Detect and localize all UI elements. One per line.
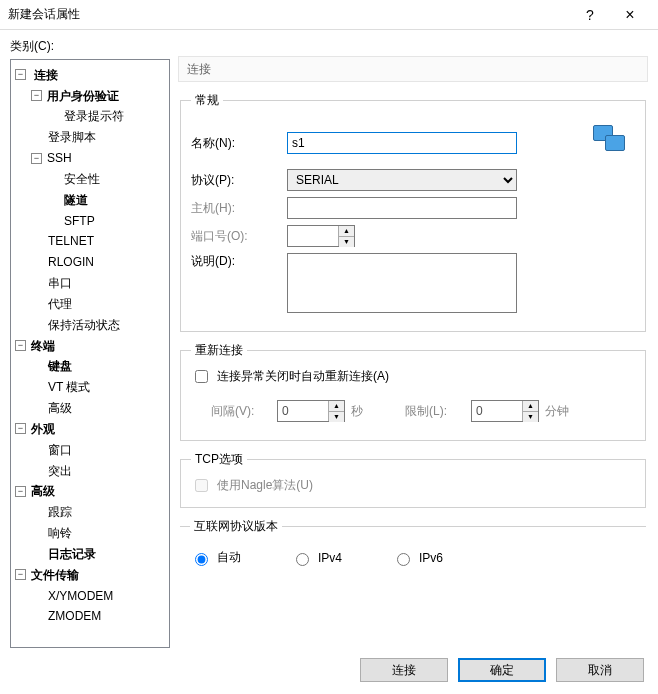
tree-sftp[interactable]: SFTP [62, 214, 97, 228]
tree-filetransfer[interactable]: 文件传输 [29, 568, 81, 582]
limit-label: 限制(L): [405, 403, 465, 420]
reconnect-legend: 重新连接 [191, 342, 247, 359]
tree-rlogin[interactable]: RLOGIN [46, 255, 96, 269]
auto-reconnect-label: 连接异常关闭时自动重新连接(A) [217, 368, 389, 385]
tree-terminal[interactable]: 终端 [29, 339, 57, 353]
category-label: 类别(C): [10, 38, 170, 55]
interval-spinner: ▲▼ [277, 400, 345, 422]
tree-bell[interactable]: 响铃 [46, 526, 74, 540]
spin-up-icon: ▲ [329, 401, 344, 412]
interval-label: 间隔(V): [211, 403, 271, 420]
port-spinner: ▲▼ [287, 225, 355, 247]
spin-up-icon: ▲ [339, 226, 354, 237]
auto-reconnect-input[interactable] [195, 370, 208, 383]
tree-security[interactable]: 安全性 [62, 172, 102, 186]
collapse-icon[interactable]: − [15, 340, 26, 351]
protocol-label: 协议(P): [191, 172, 281, 189]
dialog-footer: 连接 确定 取消 [0, 648, 658, 694]
nagle-input [195, 479, 208, 492]
tree-log[interactable]: 日志记录 [46, 547, 98, 561]
tree-vtmode[interactable]: VT 模式 [46, 380, 92, 394]
collapse-icon[interactable]: − [15, 69, 26, 80]
collapse-icon[interactable]: − [15, 423, 26, 434]
spin-down-icon: ▼ [523, 412, 538, 422]
port-label: 端口号(O): [191, 228, 281, 245]
ok-button[interactable]: 确定 [458, 658, 546, 682]
tree-xymodem[interactable]: X/YMODEM [46, 589, 115, 603]
name-label: 名称(N): [191, 135, 281, 152]
tree-appearance[interactable]: 外观 [29, 422, 57, 436]
tree-zmodem[interactable]: ZMODEM [46, 609, 103, 623]
collapse-icon[interactable]: − [31, 90, 42, 101]
ipver-legend: 互联网协议版本 [190, 518, 282, 535]
connect-button[interactable]: 连接 [360, 658, 448, 682]
close-icon[interactable]: × [610, 6, 650, 24]
tree-ssh[interactable]: SSH [45, 151, 74, 165]
panel-header: 连接 [178, 56, 648, 82]
category-tree[interactable]: − 连接 −用户身份验证 登录提示符 登录脚本 −SSH 安全性 隧道 [10, 59, 170, 648]
tree-highlight[interactable]: 突出 [46, 464, 74, 478]
tcp-legend: TCP选项 [191, 451, 247, 468]
limit-input [472, 401, 522, 421]
panel-header-text: 连接 [187, 61, 211, 78]
tree-login-prompt[interactable]: 登录提示符 [62, 109, 126, 123]
collapse-icon[interactable]: − [31, 153, 42, 164]
port-input [288, 226, 338, 246]
interval-input [278, 401, 328, 421]
name-input[interactable] [287, 132, 517, 154]
ipver-auto-radio[interactable]: 自动 [190, 549, 241, 566]
ipver-ipv6-radio[interactable]: IPv6 [392, 550, 443, 566]
limit-unit: 分钟 [545, 403, 569, 420]
tcp-group: TCP选项 使用Nagle算法(U) [180, 451, 646, 508]
tree-tunnel[interactable]: 隧道 [62, 193, 90, 207]
help-icon[interactable]: ? [570, 7, 610, 23]
tree-trace[interactable]: 跟踪 [46, 505, 74, 519]
tree-telnet[interactable]: TELNET [46, 234, 96, 248]
ipver-group: 互联网协议版本 自动 IPv4 IPv6 [180, 518, 646, 578]
host-input [287, 197, 517, 219]
description-textarea[interactable] [287, 253, 517, 313]
spin-up-icon: ▲ [523, 401, 538, 412]
protocol-select[interactable]: SERIAL [287, 169, 517, 191]
auto-reconnect-checkbox[interactable]: 连接异常关闭时自动重新连接(A) [191, 367, 389, 386]
tree-connection[interactable]: 连接 [32, 68, 60, 82]
limit-spinner: ▲▼ [471, 400, 539, 422]
spin-down-icon: ▼ [329, 412, 344, 422]
tree-advanced-terminal[interactable]: 高级 [46, 401, 74, 415]
general-group: 常规 名称(N): 协议(P): SERIAL 主机(H): [180, 92, 646, 332]
cancel-button[interactable]: 取消 [556, 658, 644, 682]
nagle-checkbox: 使用Nagle算法(U) [191, 476, 313, 495]
host-label: 主机(H): [191, 200, 281, 217]
tree-keyboard[interactable]: 键盘 [46, 359, 74, 373]
collapse-icon[interactable]: − [15, 569, 26, 580]
nagle-label: 使用Nagle算法(U) [217, 477, 313, 494]
spin-down-icon: ▼ [339, 237, 354, 247]
tree-serial[interactable]: 串口 [46, 276, 74, 290]
tree-login-script[interactable]: 登录脚本 [46, 130, 98, 144]
collapse-icon[interactable]: − [15, 486, 26, 497]
device-icon [589, 123, 629, 163]
tree-window[interactable]: 窗口 [46, 443, 74, 457]
tree-advanced[interactable]: 高级 [29, 484, 57, 498]
ipver-ipv4-radio[interactable]: IPv4 [291, 550, 342, 566]
titlebar: 新建会话属性 ? × [0, 0, 658, 30]
interval-unit: 秒 [351, 403, 363, 420]
window-title: 新建会话属性 [8, 6, 570, 23]
general-legend: 常规 [191, 92, 223, 109]
reconnect-group: 重新连接 连接异常关闭时自动重新连接(A) 间隔(V): ▲▼ 秒 限制(L): [180, 342, 646, 441]
desc-label: 说明(D): [191, 253, 281, 270]
tree-keepalive[interactable]: 保持活动状态 [46, 318, 122, 332]
tree-proxy[interactable]: 代理 [46, 297, 74, 311]
tree-user-auth[interactable]: 用户身份验证 [45, 89, 121, 103]
